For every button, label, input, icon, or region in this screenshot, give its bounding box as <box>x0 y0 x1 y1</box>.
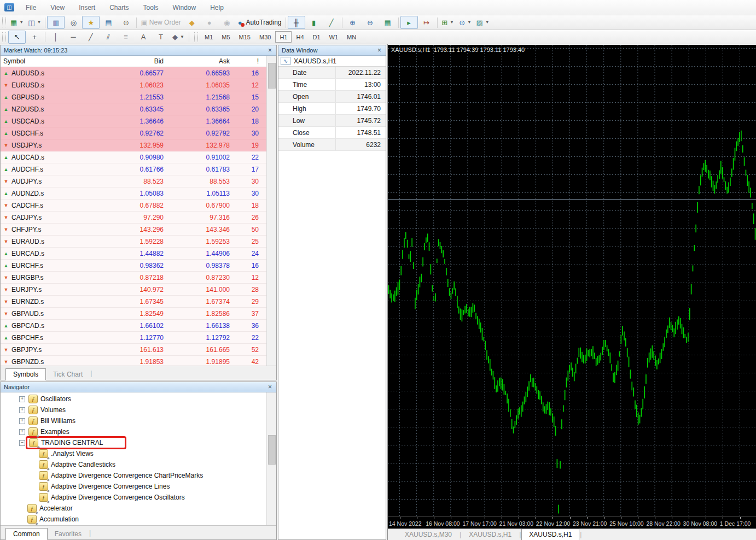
menu-file[interactable]: File <box>19 1 43 14</box>
table-row-gbpaud.s[interactable]: ▼GBPAUD.s1.825491.8258637 <box>1 308 276 320</box>
table-row-eurnzd.s[interactable]: ▼EURNZD.s1.673451.6737429 <box>1 296 276 308</box>
toolbar-grip[interactable] <box>2 32 6 42</box>
timeframe-h1-button[interactable]: H1 <box>275 31 292 43</box>
scrollbar-thumb[interactable] <box>268 63 276 89</box>
toolbar-grip[interactable] <box>2 17 6 27</box>
fibonacci-tool[interactable]: ≡ <box>117 31 135 44</box>
table-row-audnzd.s[interactable]: ▲AUDNZD.s1.050831.0511330 <box>1 187 276 199</box>
column-header-symbol[interactable]: Symbol <box>1 57 101 65</box>
close-icon[interactable]: × <box>267 47 273 54</box>
close-icon[interactable]: × <box>267 384 273 390</box>
chevron-down-icon[interactable]: ▼ <box>19 20 24 25</box>
table-row-chfjpy.s[interactable]: ▼CHFJPY.s143.296143.34650 <box>1 224 276 236</box>
market-watch-tab-symbols[interactable]: Symbols <box>5 368 46 380</box>
table-row-eurusd.s[interactable]: ▼EURUSD.s1.060231.0603512 <box>1 79 276 91</box>
timeframe-m1-button[interactable]: M1 <box>200 31 217 43</box>
table-row-eurcad.s[interactable]: ▲EURCAD.s1.448821.4490624 <box>1 248 276 260</box>
tree-item-bill-williams[interactable]: +ƒBill Williams <box>1 415 276 426</box>
chevron-down-icon[interactable]: ▼ <box>467 20 472 25</box>
market-watch-toggle[interactable]: ▥ <box>47 16 65 29</box>
navigator-scrollbar[interactable] <box>266 392 276 526</box>
new-chart-button[interactable]: ▦▼ <box>8 16 26 29</box>
column-header-[interactable]: ! <box>234 57 265 65</box>
table-row-audchf.s[interactable]: ▲AUDCHF.s0.617660.6178317 <box>1 163 276 175</box>
cursor-tool[interactable]: ↖ <box>8 31 26 44</box>
tree-item-adaptive-candlesticks[interactable]: ƒAdaptive Candlesticks <box>1 459 276 470</box>
navigator-toggle[interactable]: ★ <box>82 16 100 29</box>
tree-item-trading-central[interactable]: −ƒTRADING CENTRAL <box>1 437 276 448</box>
indicators-list-button[interactable]: ⊞▼ <box>439 16 457 29</box>
candlestick-chart[interactable] <box>388 45 756 516</box>
candlestick-mode-button[interactable]: ▮ <box>305 16 323 29</box>
timeframe-m15-button[interactable]: M15 <box>235 31 255 43</box>
timeframe-m30-button[interactable]: M30 <box>255 31 275 43</box>
tree-item-adaptive-divergence-convergence-chartpricemarks[interactable]: ƒAdaptive Divergence Convergence ChartPr… <box>1 470 276 481</box>
periods-button[interactable]: ⊙▼ <box>457 16 474 29</box>
profiles-button[interactable]: ◫▼ <box>26 16 43 29</box>
navigator-titlebar[interactable]: Navigator × <box>1 382 276 392</box>
tree-item-accelerator[interactable]: ƒAccelerator <box>1 503 276 514</box>
table-row-gbpusd.s[interactable]: ▲GBPUSD.s1.215531.2156815 <box>1 91 276 103</box>
tree-item-adaptive-divergence-convergence-lines[interactable]: ƒAdaptive Divergence Convergence Lines <box>1 481 276 492</box>
market-watch-scrollbar[interactable] <box>266 56 276 366</box>
tree-item-examples[interactable]: +ƒExamples <box>1 426 276 437</box>
chart-tab-xauusd-s-h1[interactable]: XAUUSD.s,H1 <box>521 529 579 540</box>
strategy-tester-button[interactable]: ⊙ <box>117 16 135 29</box>
auto-scroll-button[interactable]: ▸ <box>400 16 418 29</box>
menu-charts[interactable]: Charts <box>102 1 136 14</box>
navigator-tab-favorites[interactable]: Favorites <box>48 529 89 539</box>
templates-button[interactable]: ▨▼ <box>474 16 492 29</box>
line-chart-mode-button[interactable]: ╱ <box>323 16 340 29</box>
zoom-in-button[interactable]: ⊕ <box>344 16 362 29</box>
timeframe-d1-button[interactable]: D1 <box>309 31 325 43</box>
table-row-gbpjpy.s[interactable]: ▼GBPJPY.s161.613161.66552 <box>1 344 276 356</box>
terminal-toggle[interactable]: ▤ <box>100 16 117 29</box>
close-icon[interactable]: × <box>376 47 382 54</box>
table-row-audjpy.s[interactable]: ▼AUDJPY.s88.52388.55330 <box>1 175 276 187</box>
expand-plus-icon[interactable]: + <box>19 396 25 402</box>
timeframe-h4-button[interactable]: H4 <box>292 31 308 43</box>
chevron-down-icon[interactable]: ▼ <box>37 20 42 25</box>
zoom-out-button[interactable]: ⊖ <box>362 16 379 29</box>
table-row-audcad.s[interactable]: ▲AUDCAD.s0.909800.9100222 <box>1 151 276 163</box>
horizontal-line-tool[interactable]: ─ <box>65 31 82 44</box>
collapse-minus-icon[interactable]: − <box>19 440 25 446</box>
chevron-down-icon[interactable]: ▼ <box>450 20 454 25</box>
tree-item-volumes[interactable]: +ƒVolumes <box>1 404 276 415</box>
tree-item--analyst-views[interactable]: ƒ.Analyst Views <box>1 448 276 459</box>
crosshair-tool[interactable]: + <box>26 31 43 44</box>
table-row-audusd.s[interactable]: ▲AUDUSD.s0.665770.6659316 <box>1 67 276 79</box>
new-order-button[interactable]: ▣New Order <box>138 16 183 29</box>
table-row-eurgbp.s[interactable]: ▼EURGBP.s0.872180.8723012 <box>1 272 276 284</box>
metaeditor-button[interactable]: ◆ <box>183 16 201 29</box>
tile-windows-button[interactable]: ▦ <box>379 16 397 29</box>
table-row-eurchf.s[interactable]: ▲EURCHF.s0.983620.9837816 <box>1 260 276 272</box>
table-row-nzdusd.s[interactable]: ▲NZDUSD.s0.633450.6336520 <box>1 103 276 115</box>
expand-plus-icon[interactable]: + <box>19 407 25 413</box>
bar-chart-mode-button[interactable]: ╫ <box>288 16 305 29</box>
menu-tools[interactable]: Tools <box>136 1 166 14</box>
table-row-cadjpy.s[interactable]: ▼CADJPY.s97.29097.31626 <box>1 212 276 224</box>
column-header-ask[interactable]: Ask <box>168 57 234 65</box>
channel-tool[interactable]: ⫽ <box>100 31 117 44</box>
chart-canvas[interactable]: XAUUSD.s,H1 1793.11 1794.39 1793.11 1793… <box>388 45 756 516</box>
column-header-bid[interactable]: Bid <box>101 57 168 65</box>
timeframe-w1-button[interactable]: W1 <box>325 31 343 43</box>
arrow-shapes-tool[interactable]: ◆▼ <box>170 31 187 44</box>
table-row-usdjpy.s[interactable]: ▼USDJPY.s132.959132.97819 <box>1 139 276 151</box>
expand-plus-icon[interactable]: + <box>19 429 25 435</box>
chart-time-axis[interactable]: 14 Nov 202216 Nov 08:0017 Nov 17:0021 No… <box>388 516 756 529</box>
toolbar-grip[interactable] <box>194 32 198 42</box>
market-watch-tab-tick-chart[interactable]: Tick Chart <box>46 369 90 380</box>
menu-window[interactable]: Window <box>166 1 203 14</box>
table-row-gbpchf.s[interactable]: ▲GBPCHF.s1.127701.1279222 <box>1 332 276 344</box>
navigator-tab-common[interactable]: Common <box>5 528 48 540</box>
chevron-down-icon[interactable]: ▼ <box>180 35 184 39</box>
chart-tab-xauusd-s-m30[interactable]: XAUUSD.s,M30 <box>398 529 459 540</box>
data-window-symbol-row[interactable]: ∿ XAUUSD.s,H1 <box>278 56 386 67</box>
tree-item-adaptive-divergence-convergence-oscillators[interactable]: ƒAdaptive Divergence Convergence Oscilla… <box>1 492 276 503</box>
chevron-down-icon[interactable]: ▼ <box>485 20 490 25</box>
timeframe-mn-button[interactable]: MN <box>342 31 360 43</box>
table-row-euraud.s[interactable]: ▼EURAUD.s1.592281.5925325 <box>1 236 276 248</box>
autotrading-button[interactable]: ●AutoTrading <box>236 16 284 29</box>
